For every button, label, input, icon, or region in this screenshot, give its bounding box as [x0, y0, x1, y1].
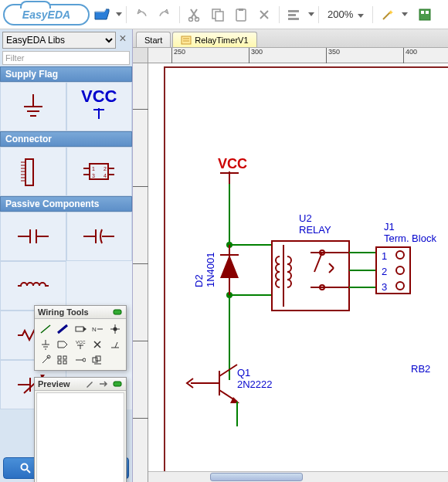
schematic-canvas[interactable]: 250 300 350 400 350 400 450 500 550 600 … — [133, 48, 448, 482]
svg-rect-67 — [63, 361, 66, 364]
svg-rect-65 — [63, 356, 66, 359]
component-u2[interactable] — [272, 241, 349, 311]
component-vcc[interactable]: VCC — [66, 82, 133, 131]
svg-text:4: 4 — [104, 173, 107, 178]
svg-rect-64 — [58, 356, 61, 359]
category-supply-flag[interactable]: Supply Flag — [0, 66, 132, 82]
wand-button[interactable] — [377, 4, 399, 25]
rb2-label: RB2 — [411, 363, 430, 375]
svg-point-99 — [396, 266, 404, 274]
bus-tool[interactable] — [55, 322, 70, 336]
ruler-vertical: 350 400 450 500 550 600 — [133, 63, 148, 482]
busripper-tool[interactable] — [107, 338, 123, 351]
canvas-area: Start RelayTimerV1 250 300 350 400 350 4… — [133, 29, 448, 482]
u2-val: RELAY — [299, 224, 331, 236]
array-tool[interactable] — [55, 353, 70, 367]
component-header[interactable] — [0, 147, 66, 196]
component-cap-alt[interactable] — [66, 212, 133, 261]
edit-icon[interactable] — [84, 379, 95, 389]
cut-button[interactable] — [184, 4, 205, 25]
schematic-sheet[interactable]: VCC D2 — [148, 63, 448, 482]
svg-rect-70 — [93, 358, 97, 362]
vcc-tool[interactable]: VCC — [73, 338, 88, 351]
search-icon — [20, 463, 31, 474]
category-passive[interactable]: Passive Components — [0, 196, 132, 212]
svg-point-69 — [83, 358, 86, 362]
place-icon[interactable] — [98, 379, 109, 389]
d2-ref: D2 — [193, 274, 205, 287]
sidebar-close-icon[interactable]: × — [116, 32, 130, 49]
noconnect-tool[interactable] — [90, 338, 105, 351]
zoom-level[interactable]: 200% — [323, 8, 368, 20]
delete-button[interactable] — [253, 4, 275, 25]
preview-body — [36, 392, 124, 482]
library-select[interactable]: EasyEDA Libs — [2, 32, 116, 49]
svg-text:VCC: VCC — [76, 340, 86, 345]
sheet-button[interactable] — [414, 4, 436, 25]
component-q1[interactable] — [187, 365, 239, 403]
svg-text:2: 2 — [104, 166, 107, 171]
undo-button[interactable] — [131, 4, 152, 25]
horizontal-scrollbar[interactable] — [148, 471, 448, 482]
svg-rect-50 — [76, 327, 83, 331]
main-toolbar: EasyEDA 200% — [0, 0, 448, 29]
filter-input[interactable]: Filter — [2, 51, 130, 65]
wiring-tools-panel[interactable]: Wiring Tools N VCC — [34, 305, 127, 371]
gnd-tool[interactable] — [38, 338, 53, 351]
component-inductor[interactable] — [0, 261, 66, 311]
svg-point-55 — [113, 328, 117, 331]
q1-ref: Q1 — [237, 367, 250, 378]
port-tool[interactable] — [73, 322, 88, 336]
svg-rect-5 — [239, 8, 243, 11]
flag-tool[interactable] — [55, 338, 70, 351]
tab-relay[interactable]: RelayTimerV1 — [172, 32, 256, 47]
svg-text:2: 2 — [382, 266, 387, 277]
wand-dropdown[interactable] — [402, 12, 408, 16]
svg-text:1: 1 — [382, 250, 387, 262]
tab-bar: Start RelayTimerV1 — [133, 29, 448, 48]
align-button[interactable] — [283, 4, 305, 25]
svg-point-1 — [195, 17, 199, 21]
scrollbar-thumb[interactable] — [210, 473, 303, 481]
open-button[interactable] — [91, 4, 113, 25]
wiring-title: Wiring Tools — [38, 307, 109, 317]
copy-button[interactable] — [207, 4, 229, 25]
minimize-icon[interactable] — [112, 379, 123, 389]
svg-line-48 — [27, 470, 30, 473]
redo-button[interactable] — [154, 4, 175, 25]
open-dropdown[interactable] — [116, 12, 122, 16]
svg-rect-3 — [216, 12, 223, 21]
svg-point-0 — [189, 17, 193, 21]
junction-tool[interactable] — [107, 322, 123, 336]
component-d2[interactable] — [220, 245, 239, 295]
svg-rect-73 — [182, 36, 191, 44]
tab-start[interactable]: Start — [136, 32, 171, 47]
align-dropdown[interactable] — [308, 12, 314, 16]
component-cap-nonpolar[interactable] — [0, 212, 66, 261]
minimize-icon[interactable] — [112, 307, 123, 317]
component-gnd[interactable] — [0, 82, 66, 131]
probe-tool[interactable] — [38, 353, 53, 367]
svg-point-98 — [396, 251, 404, 259]
wire-tool[interactable] — [38, 322, 53, 336]
vcc-label: VCC — [218, 156, 247, 171]
svg-marker-84 — [220, 255, 239, 278]
svg-rect-4 — [236, 9, 246, 21]
q1-val: 2N2222 — [237, 378, 273, 390]
paste-button[interactable] — [230, 4, 252, 25]
svg-text:N: N — [92, 326, 97, 333]
j1-ref: J1 — [384, 221, 395, 233]
category-connector[interactable]: Connector — [0, 131, 132, 147]
d2-val: 1N4001 — [205, 252, 216, 287]
group-tool[interactable] — [90, 353, 105, 367]
svg-line-90 — [314, 253, 322, 272]
preview-panel[interactable]: Preview — [34, 377, 127, 482]
svg-point-100 — [396, 282, 404, 290]
preview-title: Preview — [38, 379, 81, 389]
component-ic[interactable]: 1234 — [66, 147, 133, 196]
pin-tool[interactable] — [73, 353, 88, 367]
svg-rect-72 — [114, 382, 121, 386]
app-logo[interactable]: EasyEDA — [3, 4, 90, 25]
schematic-icon — [181, 36, 192, 45]
netlabel-tool[interactable]: N — [90, 322, 105, 336]
